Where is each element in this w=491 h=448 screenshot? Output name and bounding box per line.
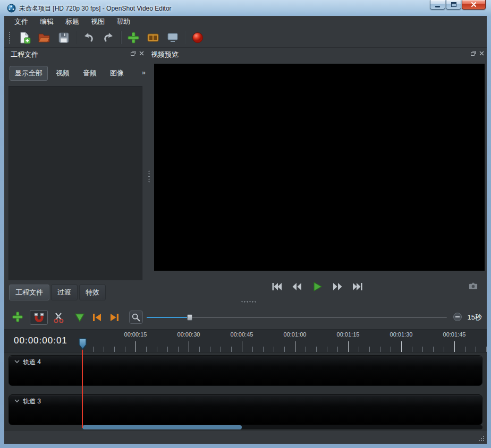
project-files-list[interactable] bbox=[9, 86, 142, 280]
close-panel-icon[interactable] bbox=[479, 50, 485, 56]
open-project-button[interactable] bbox=[37, 30, 52, 45]
ruler-label: 00:00:15 bbox=[120, 331, 151, 338]
menubar: 文件 编辑 标题 视图 帮助 bbox=[4, 16, 487, 28]
filter-tab-show-all[interactable]: 显示全部 bbox=[10, 66, 48, 81]
add-marker-button[interactable] bbox=[74, 313, 85, 325]
close-panel-icon[interactable] bbox=[139, 50, 145, 56]
menu-view[interactable]: 视图 bbox=[85, 16, 111, 28]
close-icon bbox=[471, 2, 477, 7]
menu-edit[interactable]: 编辑 bbox=[34, 16, 60, 28]
jump-to-end-button[interactable] bbox=[351, 280, 365, 293]
window-controls bbox=[429, 0, 486, 10]
track-row-3[interactable]: 轨道 3 bbox=[9, 394, 482, 425]
tab-transitions[interactable]: 过渡 bbox=[51, 285, 78, 300]
ruler-label: 00:01:30 bbox=[385, 331, 417, 338]
horizontal-splitter-handle[interactable] bbox=[241, 301, 256, 303]
playhead-handle[interactable] bbox=[78, 338, 87, 350]
next-marker-button[interactable] bbox=[109, 312, 120, 325]
zoom-slider-fill bbox=[147, 317, 189, 318]
fullscreen-button[interactable] bbox=[165, 30, 180, 45]
import-files-icon bbox=[127, 31, 140, 44]
filter-tab-image[interactable]: 图像 bbox=[105, 66, 129, 81]
export-video-button[interactable] bbox=[190, 30, 205, 45]
project-filter-tabs: 显示全部 视频 音频 图像 » bbox=[10, 66, 147, 81]
add-track-button[interactable] bbox=[12, 311, 23, 325]
capture-frame-button[interactable] bbox=[468, 281, 478, 292]
previous-marker-button[interactable] bbox=[91, 312, 103, 325]
app-window: 未命名项目 [HD 720p 30 fps] - OpenShot Video … bbox=[0, 0, 491, 448]
vertical-splitter-handle[interactable] bbox=[148, 170, 150, 184]
filter-tab-audio[interactable]: 音频 bbox=[78, 66, 102, 81]
choose-profile-icon bbox=[147, 31, 159, 44]
add-marker-icon bbox=[74, 313, 85, 323]
zoom-out-button[interactable] bbox=[453, 313, 462, 321]
zoom-slider-handle[interactable] bbox=[187, 314, 192, 321]
fast-forward-button[interactable] bbox=[331, 280, 344, 293]
undo-icon bbox=[82, 31, 95, 44]
zoom-scale-label: 15秒 bbox=[468, 313, 482, 322]
timeline-ruler[interactable]: 00:00:00:01 00:00:15 00:00:30 00:00:45 0… bbox=[4, 329, 487, 352]
rewind-button[interactable] bbox=[290, 280, 304, 293]
menu-help[interactable]: 帮助 bbox=[111, 16, 136, 28]
razor-tool-button[interactable] bbox=[53, 312, 65, 325]
ruler-scale[interactable]: 00:00:15 00:00:30 00:00:45 00:01:00 00:0… bbox=[82, 330, 487, 352]
previous-marker-icon bbox=[91, 312, 103, 323]
next-marker-icon bbox=[109, 312, 120, 323]
video-preview-panel-header: 视频预览 bbox=[150, 49, 487, 62]
jump-to-end-icon bbox=[351, 280, 364, 293]
save-project-button[interactable] bbox=[56, 30, 71, 45]
rewind-icon bbox=[291, 280, 303, 293]
minimize-button[interactable] bbox=[430, 0, 445, 10]
undo-button[interactable] bbox=[81, 30, 96, 45]
redo-icon bbox=[102, 31, 115, 44]
chevron-down-icon[interactable] bbox=[14, 399, 20, 403]
track-row-4[interactable]: 轨道 4 bbox=[9, 355, 482, 386]
project-files-panel-header: 工程文件 bbox=[4, 49, 149, 62]
playhead-line[interactable] bbox=[82, 349, 83, 428]
fast-forward-icon bbox=[331, 280, 344, 293]
tab-project-files[interactable]: 工程文件 bbox=[9, 285, 49, 300]
toolbar-separator bbox=[76, 31, 77, 44]
new-project-button[interactable] bbox=[17, 30, 32, 45]
app-logo-icon bbox=[7, 4, 16, 13]
float-panel-icon[interactable] bbox=[130, 50, 136, 56]
minimize-icon bbox=[435, 6, 440, 7]
project-files-panel-title: 工程文件 bbox=[11, 50, 38, 59]
jump-to-start-icon bbox=[270, 280, 283, 293]
minus-icon bbox=[455, 316, 460, 317]
resize-grip[interactable] bbox=[483, 440, 484, 441]
choose-profile-button[interactable] bbox=[146, 30, 160, 45]
maximize-button[interactable] bbox=[446, 0, 461, 10]
statusbar bbox=[4, 431, 487, 444]
timeline-zoom-slider[interactable] bbox=[147, 313, 447, 322]
zoom-tool-button[interactable] bbox=[129, 311, 143, 324]
magnet-snap-icon bbox=[33, 312, 45, 323]
chevron-down-icon[interactable] bbox=[14, 360, 20, 364]
filter-tab-video[interactable]: 视频 bbox=[50, 66, 75, 81]
tab-effects[interactable]: 特效 bbox=[79, 285, 106, 300]
timeline-horizontal-scrollbar[interactable] bbox=[82, 425, 482, 429]
menu-file[interactable]: 文件 bbox=[9, 16, 34, 28]
scrollbar-thumb[interactable] bbox=[82, 425, 242, 429]
snapping-toggle-button[interactable] bbox=[30, 310, 48, 325]
new-project-icon bbox=[18, 31, 31, 44]
import-files-button[interactable] bbox=[126, 30, 141, 45]
video-preview-display bbox=[154, 64, 485, 271]
camera-icon bbox=[468, 281, 478, 290]
float-panel-icon[interactable] bbox=[470, 50, 476, 56]
open-project-icon bbox=[38, 31, 50, 44]
toolbar-drag-handle[interactable] bbox=[9, 31, 11, 44]
redo-button[interactable] bbox=[101, 30, 116, 45]
menu-title[interactable]: 标题 bbox=[60, 16, 85, 28]
filter-tabs-overflow-chevron[interactable]: » bbox=[142, 68, 146, 76]
playback-controls bbox=[150, 278, 485, 295]
titlebar[interactable]: 未命名项目 [HD 720p 30 fps] - OpenShot Video … bbox=[0, 0, 491, 16]
play-button[interactable] bbox=[310, 280, 324, 293]
ruler-major-ticks bbox=[82, 341, 487, 352]
scissors-icon bbox=[53, 312, 65, 323]
current-timecode: 00:00:00:01 bbox=[14, 335, 67, 346]
track-label: 轨道 3 bbox=[23, 397, 41, 406]
timeline-tracks-area[interactable]: 轨道 4 轨道 3 bbox=[4, 352, 487, 431]
close-button[interactable] bbox=[462, 0, 486, 10]
jump-to-start-button[interactable] bbox=[270, 280, 284, 293]
